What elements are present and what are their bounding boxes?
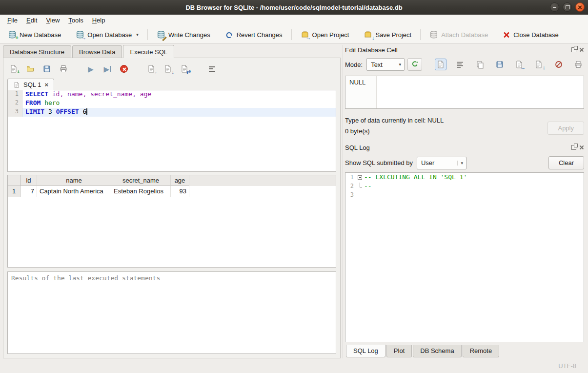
cell-id[interactable]: 7	[20, 186, 37, 197]
save-as-button[interactable]	[494, 59, 506, 70]
log-line: 3	[345, 190, 584, 199]
new-sql-tab-button[interactable]: +	[7, 63, 20, 75]
sql-log-title: SQL Log	[345, 144, 571, 151]
cell-secret-name[interactable]: Esteban Rogelios	[111, 186, 171, 197]
write-changes-button[interactable]: Write Changes	[153, 28, 214, 41]
editor-line: 2 FROM hero	[8, 99, 336, 108]
tab-database-structure[interactable]: Database Structure	[3, 45, 71, 58]
open-project-icon: →	[301, 30, 309, 39]
text-mode-button[interactable]	[435, 59, 446, 70]
float-panel-icon[interactable]	[571, 145, 576, 150]
save-results-button[interactable]: ↓	[162, 63, 174, 75]
tab-remote[interactable]: Remote	[463, 345, 500, 357]
main-tab-bar: Database Structure Browse Data Execute S…	[3, 45, 341, 58]
edit-cell-title: Edit Database Cell	[345, 46, 571, 54]
save-sql-file-button[interactable]	[41, 63, 53, 75]
log-filter-label: Show SQL submitted by	[345, 159, 413, 166]
print-sql-button[interactable]	[57, 63, 70, 75]
word-wrap-button[interactable]	[454, 59, 466, 70]
line-number: 2	[8, 99, 22, 108]
float-panel-icon[interactable]	[571, 47, 576, 52]
column-header-name[interactable]: name	[37, 175, 111, 186]
menu-edit[interactable]: Edit	[22, 15, 41, 25]
row-header[interactable]: 1	[8, 186, 20, 197]
export-cell-button[interactable]: ↓	[533, 59, 545, 70]
tab-plot[interactable]: Plot	[386, 345, 412, 357]
line-number: 1	[345, 173, 356, 182]
set-null-button[interactable]	[553, 59, 565, 70]
cell-size-text: 0 byte(s)	[345, 127, 547, 135]
menu-file[interactable]: File	[3, 15, 22, 25]
menu-help[interactable]: Help	[88, 15, 110, 25]
results-message-pane[interactable]: Results of the last executed statements	[7, 271, 336, 354]
sql-editor[interactable]: 1 SELECT id, name, secret_name, age 2 FR…	[7, 90, 336, 172]
new-database-button[interactable]: + New Database	[4, 28, 65, 41]
log-filter-select[interactable]: User ▾	[417, 157, 466, 169]
execute-all-icon: ▶	[88, 65, 94, 73]
revert-changes-icon	[225, 30, 234, 39]
fold-guide	[360, 183, 362, 187]
find-replace-button[interactable]: ⇄	[178, 63, 191, 75]
maximize-icon[interactable]	[563, 2, 572, 12]
tab-db-schema[interactable]: DB Schema	[413, 345, 461, 357]
close-panel-icon[interactable]	[579, 145, 584, 150]
cell-editor[interactable]: NULL	[345, 76, 584, 109]
column-header-age[interactable]: age	[171, 175, 189, 186]
cell-name[interactable]: Captain North America	[37, 186, 111, 197]
column-header-secret-name[interactable]: secret_name	[111, 175, 171, 186]
cell-type-text: Type of data currently in cell: NULL	[345, 117, 547, 124]
open-results-button[interactable]: →	[145, 63, 158, 75]
sql-tab-close-icon[interactable]: ×	[44, 82, 48, 88]
menu-tools[interactable]: Tools	[64, 15, 87, 25]
cell-age[interactable]: 93	[171, 186, 189, 197]
mode-select[interactable]: Text ▾	[366, 58, 405, 71]
print-cell-button[interactable]	[572, 59, 584, 70]
minimize-icon[interactable]	[550, 2, 559, 12]
open-project-button[interactable]: → Open Project	[297, 28, 353, 41]
tab-execute-sql[interactable]: Execute SQL	[123, 45, 174, 58]
log-line: 2 --	[345, 182, 584, 190]
save-project-button[interactable]: ↓ Save Project	[360, 28, 415, 41]
import-cell-button[interactable]: →	[513, 59, 525, 70]
attach-database-button: Attach Database	[426, 28, 492, 41]
sql-tab[interactable]: SQL 1 ×	[7, 79, 54, 90]
tab-sql-log[interactable]: SQL Log	[346, 345, 385, 357]
menu-view[interactable]: View	[41, 15, 64, 25]
write-changes-icon	[157, 30, 165, 39]
sql-tab-bar: SQL 1 ×	[7, 78, 336, 90]
close-window-icon[interactable]	[575, 2, 585, 12]
close-panel-icon[interactable]	[579, 47, 584, 52]
stop-execution-button[interactable]	[118, 63, 130, 75]
line-number: 3	[8, 108, 22, 117]
fold-toggle-icon[interactable]	[358, 175, 362, 180]
open-database-dropdown-icon[interactable]: ▾	[136, 32, 139, 37]
text-cursor	[86, 108, 87, 115]
print-icon	[574, 60, 583, 69]
window-controls	[550, 2, 585, 12]
tab-browse-data[interactable]: Browse Data	[72, 45, 122, 58]
sql-log-header: SQL Log	[345, 143, 584, 152]
open-sql-file-button[interactable]	[24, 63, 37, 75]
close-database-button[interactable]: Close Database	[499, 29, 563, 41]
execute-current-line-button[interactable]: ▶	[101, 63, 114, 75]
find-replace-icon: ⇄	[180, 64, 189, 73]
open-sql-file-icon	[26, 64, 35, 73]
mode-label: Mode:	[345, 61, 363, 68]
copy-button[interactable]	[474, 59, 486, 70]
sql-log-view[interactable]: 1 -- EXECUTING ALL IN 'SQL 1' 2 -- 3	[345, 172, 584, 342]
edit-cell-controls: Mode: Text ▾ → ↓	[345, 58, 584, 71]
format-sql-button[interactable]	[205, 63, 218, 75]
encoding-indicator[interactable]: UTF-8	[558, 362, 576, 370]
open-database-button[interactable]: → Open Database ▾	[72, 28, 142, 41]
panel-splitter[interactable]	[343, 45, 343, 358]
export-icon: ↓	[534, 60, 543, 69]
revert-changes-button[interactable]: Revert Changes	[221, 28, 286, 41]
auto-switch-mode-icon	[410, 60, 419, 69]
column-header-id[interactable]: id	[20, 175, 37, 186]
auto-switch-mode-button[interactable]	[407, 58, 422, 71]
clear-log-button[interactable]: Clear	[548, 156, 584, 169]
execute-all-button[interactable]: ▶	[84, 63, 97, 75]
results-message: Results of the last executed statements	[11, 274, 160, 282]
format-sql-icon	[209, 66, 215, 72]
text-edit-icon	[436, 60, 445, 69]
